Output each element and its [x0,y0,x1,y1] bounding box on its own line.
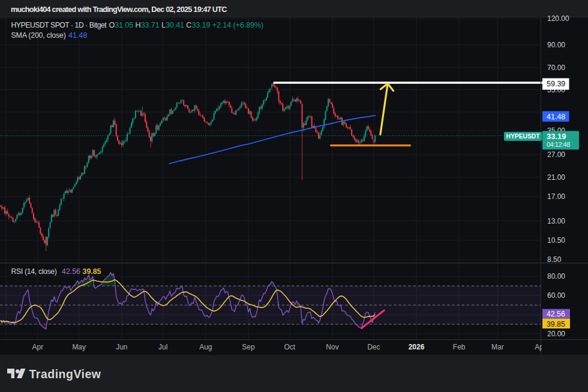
svg-text:May: May [72,343,86,351]
svg-text:33.19: 33.19 [547,132,566,141]
svg-text:8.50: 8.50 [547,255,562,264]
svg-text:HYPEUSDT SPOT · 1D · Bitget: HYPEUSDT SPOT · 1D · Bitget [11,21,107,29]
svg-text:17.00: 17.00 [547,192,565,201]
svg-text:2026: 2026 [409,343,425,351]
svg-text:Sep: Sep [242,343,255,351]
svg-text:Oct: Oct [284,343,296,351]
svg-text:42.56: 42.56 [547,310,565,318]
svg-text:80.00: 80.00 [547,272,565,281]
svg-text:59.39: 59.39 [547,80,565,88]
svg-text:04:12:48: 04:12:48 [547,141,570,148]
svg-text:TradingView: TradingView [29,367,101,381]
svg-text:O31.05 H33.71 L30.41 C33.19 +2: O31.05 H33.71 L30.41 C33.19 +2.14 (+6.89… [109,21,264,29]
svg-text:Nov: Nov [326,343,338,351]
svg-text:27.00: 27.00 [547,150,565,159]
svg-text:Jul: Jul [158,343,167,351]
svg-text:HYPEUSDT: HYPEUSDT [506,133,540,140]
svg-text:120.00: 120.00 [547,14,569,23]
svg-text:90.00: 90.00 [547,41,565,49]
svg-text:Jun: Jun [116,343,127,351]
svg-text:21.00: 21.00 [547,173,565,182]
svg-text:42.56: 42.56 [62,267,80,276]
svg-text:SMA (200, close): SMA (200, close) [11,31,66,40]
svg-text:Apr: Apr [32,343,44,351]
svg-text:20.00: 20.00 [547,330,565,338]
svg-text:RSI (14, close): RSI (14, close) [11,267,57,276]
svg-text:60.00: 60.00 [547,291,565,300]
svg-text:Feb: Feb [453,343,466,351]
svg-text:39.85: 39.85 [547,320,565,328]
svg-text:muchoki404 created with Tradin: muchoki404 created with TradingView.com,… [11,5,227,14]
svg-text:41.48: 41.48 [68,31,88,40]
svg-text:Aug: Aug [199,343,212,351]
svg-text:13.00: 13.00 [547,217,565,225]
svg-text:70.00: 70.00 [547,64,565,72]
svg-text:Dec: Dec [367,343,380,351]
svg-text:Mar: Mar [491,343,504,351]
svg-text:41.48: 41.48 [547,113,565,121]
svg-text:39.85: 39.85 [83,267,101,276]
svg-text:10.50: 10.50 [547,236,565,245]
